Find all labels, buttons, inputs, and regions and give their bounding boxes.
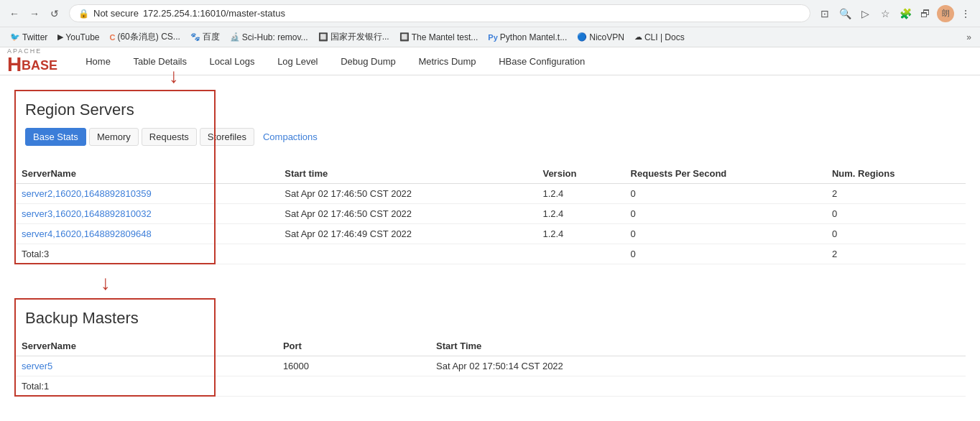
play-button[interactable]: ▷	[856, 5, 874, 22]
twitter-icon: 🐦	[10, 32, 20, 42]
bookmark-python-label: Python Mantel.t...	[500, 32, 567, 42]
region-tab-bar: Base Stats Memory Requests Storefiles Co…	[25, 128, 955, 146]
bookmark-nicovpn[interactable]: 🔵 NicoVPN	[573, 31, 629, 44]
server4-requests: 0	[624, 224, 825, 244]
nicovpn-icon: 🔵	[577, 32, 587, 42]
server4-version: 1.2.4	[535, 224, 623, 244]
server5-name: server5	[14, 356, 276, 376]
backup-total-empty-1	[276, 376, 429, 397]
browser-toolbar: ← → ↺ 🔒 Not secure 172.25.254.1:16010/ma…	[0, 0, 980, 27]
col-server-name: ServerName	[14, 164, 277, 184]
server4-start-time: Sat Apr 02 17:46:49 CST 2022	[277, 224, 535, 244]
bookmark-baidu[interactable]: 🐾 百度	[186, 29, 224, 45]
scihub-icon: 🔬	[230, 32, 240, 42]
hbase-nav-links: Home Table Details Local Logs Log Level …	[75, 56, 595, 67]
bookmark-mantel-label: The Mantel test...	[412, 32, 479, 42]
bookmark-youtube[interactable]: ▶ YouTube	[53, 31, 103, 44]
total-row: Total:3 0 2	[14, 244, 966, 264]
server4-name: server4,16020,1648892809648	[14, 224, 277, 244]
backup-total-label: Total:1	[14, 376, 276, 397]
bookmark-scihub[interactable]: 🔬 Sci-Hub: remov...	[226, 31, 313, 44]
bookmark-youtube-label: YouTube	[65, 32, 99, 42]
server5-link[interactable]: server5	[22, 361, 52, 371]
server5-port: 16000	[276, 356, 429, 376]
main-content: ↓ Region Servers Base Stats Memory Reque…	[0, 75, 980, 421]
menu-button[interactable]: ⋮	[957, 5, 974, 22]
server4-link[interactable]: server4,16020,1648892809648	[22, 228, 152, 239]
tab-requests[interactable]: Requests	[142, 128, 197, 146]
server2-link[interactable]: server2,16020,1648892810359	[22, 188, 152, 199]
server3-start-time: Sat Apr 02 17:46:50 CST 2022	[277, 204, 535, 224]
nav-buttons: ← → ↺	[6, 5, 63, 22]
region-header-area: Region Servers	[14, 90, 966, 119]
nav-home[interactable]: Home	[75, 49, 121, 76]
baidu-icon: 🐾	[190, 32, 200, 42]
forward-button[interactable]: →	[26, 5, 43, 22]
bookmark-bank-label: 国家开发银行...	[330, 31, 389, 43]
nav-debug-dump[interactable]: Debug Dump	[330, 49, 406, 76]
nav-log-level[interactable]: Log Level	[267, 49, 328, 76]
server3-link[interactable]: server3,16020,1648892810032	[22, 208, 152, 219]
table-row: server3,16020,1648892810032 Sat Apr 02 1…	[14, 204, 966, 224]
browser-chrome: ← → ↺ 🔒 Not secure 172.25.254.1:16010/ma…	[0, 0, 980, 47]
bookmark-button[interactable]: ☆	[877, 5, 894, 22]
server2-name: server2,16020,1648892810359	[14, 184, 277, 204]
table-row: server2,16020,1648892810359 Sat Apr 02 1…	[14, 184, 966, 204]
bookmark-cs[interactable]: C (60条消息) CS...	[106, 29, 185, 45]
tab-storefiles[interactable]: Storefiles	[200, 128, 254, 146]
tab-memory[interactable]: Memory	[89, 128, 139, 146]
bookmark-twitter[interactable]: 🐦 Twitter	[6, 31, 52, 44]
server2-regions: 2	[825, 184, 966, 204]
backup-col-port: Port	[276, 336, 429, 356]
reload-button[interactable]: ↺	[46, 5, 63, 22]
tab-compactions[interactable]: Compactions	[257, 129, 323, 145]
back-button[interactable]: ←	[6, 5, 23, 22]
region-servers-title: Region Servers	[25, 101, 955, 119]
lock-icon: 🔒	[78, 9, 89, 19]
total-regions: 2	[825, 244, 966, 264]
nav-local-logs[interactable]: Local Logs	[200, 49, 265, 76]
backup-masters-title: Backup Masters	[25, 309, 955, 328]
bookmark-mantel[interactable]: 🔲 The Mantel test...	[395, 31, 483, 44]
hbase-h-logo: H	[7, 55, 22, 75]
backup-header-area: Backup Masters	[14, 298, 966, 328]
window-button[interactable]: 🗗	[917, 5, 934, 22]
col-requests-per-second: Requests Per Second	[624, 164, 825, 184]
region-tabs-area: Base Stats Memory Requests Storefiles Co…	[14, 128, 966, 164]
address-url: 172.25.254.1:16010/master-status	[143, 8, 801, 19]
svg-text:BASE: BASE	[22, 58, 57, 73]
nav-hbase-configuration[interactable]: HBase Configuration	[489, 49, 595, 76]
bookmark-twitter-label: Twitter	[22, 32, 47, 42]
backup-total-row: Total:1	[14, 376, 966, 397]
tab-base-stats[interactable]: Base Stats	[25, 128, 86, 146]
server3-requests: 0	[624, 204, 825, 224]
address-bar[interactable]: 🔒 Not secure 172.25.254.1:16010/master-s…	[69, 4, 810, 22]
bookmark-cli[interactable]: ☁ CLI | Docs	[630, 31, 689, 44]
bookmark-bank[interactable]: 🔲 国家开发银行...	[314, 29, 394, 45]
bookmark-nicovpn-label: NicoVPN	[589, 32, 624, 42]
bookmark-python[interactable]: Py Python Mantel.t...	[484, 31, 571, 44]
table-row: server5 16000 Sat Apr 02 17:50:14 CST 20…	[14, 356, 966, 376]
region-servers-table: ServerName Start time Version Requests P…	[14, 164, 966, 264]
not-secure-label: Not secure	[93, 8, 139, 19]
search-button[interactable]: 🔍	[836, 5, 854, 22]
backup-col-server-name: ServerName	[14, 336, 276, 356]
cast-button[interactable]: ⊡	[816, 5, 833, 22]
nav-table-details[interactable]: Table Details	[124, 49, 197, 76]
backup-col-start-time: Start Time	[429, 336, 966, 356]
backup-masters-section: Backup Masters ServerName Port Start Tim…	[14, 298, 966, 397]
arrow-between-sections: ↓	[14, 272, 966, 295]
total-requests: 0	[624, 244, 825, 264]
profile-button[interactable]: 朗	[937, 5, 954, 22]
extensions-button[interactable]: 🧩	[897, 5, 914, 22]
region-servers-section: ↓ Region Servers Base Stats Memory Reque…	[14, 90, 966, 264]
bookmark-cs-label: (60条消息) CS...	[117, 31, 180, 43]
col-version: Version	[535, 164, 623, 184]
server3-regions: 0	[825, 204, 966, 224]
cs-icon: C	[110, 33, 116, 42]
bookmarks-more[interactable]: »	[963, 31, 974, 44]
total-label: Total:3	[14, 244, 277, 264]
bank-icon: 🔲	[318, 32, 328, 42]
col-num-regions: Num. Regions	[825, 164, 966, 184]
nav-metrics-dump[interactable]: Metrics Dump	[408, 49, 486, 76]
